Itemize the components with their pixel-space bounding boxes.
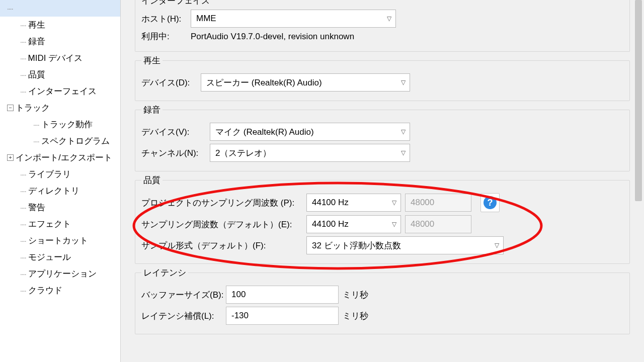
combobox-value: 44100 Hz bbox=[312, 219, 349, 229]
tree-item-label: トラック動作 bbox=[41, 119, 93, 130]
chevron-down-icon: ▽ bbox=[495, 242, 499, 249]
default-sample-rate-label: サンプリング周波数（デフォルト）(E): bbox=[141, 219, 302, 230]
tree-item-midi-devices[interactable]: ····MIDI デバイス bbox=[0, 50, 120, 66]
playback-device-label: デバイス(D): bbox=[141, 77, 197, 88]
group-legend: 品質 bbox=[141, 174, 163, 186]
host-combobox[interactable]: MME ▽ bbox=[191, 10, 396, 28]
project-sample-rate-alt-input[interactable]: 48000 bbox=[405, 194, 471, 212]
combobox-value: マイク (Realtek(R) Audio) bbox=[215, 126, 314, 138]
project-sample-rate-label: プロジェクトのサンプリング周波数 (P): bbox=[141, 197, 302, 209]
tree-item-label: ディレクトリ bbox=[28, 185, 79, 197]
buffer-size-input[interactable]: 100 bbox=[226, 286, 339, 304]
chevron-down-icon: ▽ bbox=[401, 79, 406, 86]
tree-item-modules[interactable]: ····モジュール bbox=[0, 249, 120, 265]
tree-item-label: ショートカット bbox=[28, 235, 88, 246]
tree-item-interface[interactable]: ····インターフェイス bbox=[0, 83, 120, 100]
group-recording: 録音 デバイス(V): マイク (Realtek(R) Audio) ▽ チャン… bbox=[135, 104, 630, 171]
default-sample-rate-combobox[interactable]: 44100 Hz ▽ bbox=[306, 215, 401, 233]
combobox-value: スピーカー (Realtek(R) Audio) bbox=[206, 77, 322, 88]
recording-channel-combobox[interactable]: 2（ステレオ） ▽ bbox=[210, 144, 410, 162]
tree-item-label: モジュール bbox=[28, 251, 71, 263]
tree-item-import-export[interactable]: +インポート/エクスポート bbox=[0, 149, 120, 166]
chevron-down-icon: ▽ bbox=[401, 128, 406, 135]
tree-item-label: スペクトログラム bbox=[41, 135, 110, 147]
combobox-value: 32 ビット浮動小数点数 bbox=[312, 240, 401, 251]
collapse-icon[interactable]: − bbox=[7, 105, 14, 111]
playback-device-combobox[interactable]: スピーカー (Realtek(R) Audio) ▽ bbox=[201, 73, 410, 92]
tree-item-cloud[interactable]: ····クラウド bbox=[0, 282, 120, 299]
scrollbar-thumb[interactable] bbox=[635, 0, 642, 201]
tree-item-library[interactable]: ····ライブラリ bbox=[0, 166, 120, 183]
tree-item-label: トラック bbox=[16, 102, 50, 114]
help-icon: ? bbox=[484, 196, 497, 209]
project-sample-rate-combobox[interactable]: 44100 Hz ▽ bbox=[306, 194, 401, 212]
group-latency: レイテンシ バッファーサイズ(B): 100 ミリ秒 レイテンシ補償(L): -… bbox=[135, 267, 630, 334]
group-quality: 品質 プロジェクトのサンプリング周波数 (P): 44100 Hz ▽ 4800… bbox=[135, 174, 630, 264]
default-sample-rate-alt-input[interactable]: 48000 bbox=[405, 215, 471, 233]
host-label: ホスト(H): bbox=[141, 13, 187, 25]
using-value: PortAudio V19.7.0-devel, revision unknow… bbox=[191, 32, 354, 42]
group-legend: レイテンシ bbox=[141, 267, 188, 279]
tree-item-effects[interactable]: ····エフェクト bbox=[0, 216, 120, 232]
group-legend: 録音 bbox=[141, 104, 163, 116]
tree-item-label: 再生 bbox=[28, 19, 45, 31]
chevron-down-icon: ▽ bbox=[392, 221, 396, 228]
tree-item-track-behavior[interactable]: ····トラック動作 bbox=[0, 116, 120, 133]
combobox-value: MME bbox=[196, 14, 216, 24]
latency-comp-label: レイテンシ補償(L): bbox=[141, 310, 222, 322]
using-label: 利用中: bbox=[141, 31, 187, 42]
textbox-value: 48000 bbox=[411, 219, 434, 229]
tree-item-tracks[interactable]: −トラック bbox=[0, 100, 120, 116]
buffer-size-unit: ミリ秒 bbox=[343, 289, 368, 301]
tree-item-playback[interactable]: ····再生 bbox=[0, 17, 120, 33]
tree-item-selected[interactable]: ···· bbox=[0, 0, 120, 17]
tree-item-warning[interactable]: ····警告 bbox=[0, 199, 120, 216]
tree-item-label: エフェクト bbox=[28, 218, 71, 230]
default-sample-format-label: サンプル形式（デフォルト）(F): bbox=[141, 240, 302, 251]
group-playback: 再生 デバイス(D): スピーカー (Realtek(R) Audio) ▽ bbox=[135, 55, 630, 101]
combobox-value: 44100 Hz bbox=[312, 198, 349, 208]
chevron-down-icon: ▽ bbox=[392, 199, 396, 206]
tree-item-recording[interactable]: ····録音 bbox=[0, 33, 120, 50]
textbox-value: 48000 bbox=[411, 198, 434, 208]
chevron-down-icon: ▽ bbox=[387, 15, 391, 22]
latency-comp-unit: ミリ秒 bbox=[343, 310, 368, 322]
group-title-visible: インターフェイス bbox=[141, 0, 623, 7]
textbox-value: 100 bbox=[231, 290, 246, 300]
group-interface: インターフェイス インターフェイス ホスト(H): MME ▽ 利用中: Por… bbox=[135, 0, 630, 52]
tree-item-label: インポート/エクスポート bbox=[16, 152, 112, 163]
tree-item-label: 録音 bbox=[28, 36, 45, 47]
combobox-value: 2（ステレオ） bbox=[215, 147, 271, 159]
tree-item-label: MIDI デバイス bbox=[28, 52, 83, 64]
tree-item-label: クラウド bbox=[28, 285, 62, 296]
recording-device-label: デバイス(V): bbox=[141, 126, 206, 138]
default-sample-format-combobox[interactable]: 32 ビット浮動小数点数 ▽ bbox=[306, 236, 504, 254]
tree-item-spectrogram[interactable]: ····スペクトログラム bbox=[0, 133, 120, 149]
tree-item-label: 警告 bbox=[28, 202, 45, 213]
tree-item-label: ライブラリ bbox=[28, 168, 71, 180]
tree-item-directory[interactable]: ····ディレクトリ bbox=[0, 183, 120, 199]
latency-comp-input[interactable]: -130 bbox=[226, 307, 339, 325]
tree-item-application[interactable]: ····アプリケーション bbox=[0, 265, 120, 282]
expand-icon[interactable]: + bbox=[7, 154, 14, 161]
recording-device-combobox[interactable]: マイク (Realtek(R) Audio) ▽ bbox=[210, 123, 410, 141]
preferences-category-tree[interactable]: ···· ····再生 ····録音 ····MIDI デバイス ····品質 … bbox=[0, 0, 121, 362]
vertical-scrollbar[interactable] bbox=[634, 0, 643, 362]
recording-channel-label: チャンネル(N): bbox=[141, 147, 206, 159]
preferences-panel: インターフェイス インターフェイス ホスト(H): MME ▽ 利用中: Por… bbox=[121, 0, 644, 362]
tree-item-label: 品質 bbox=[28, 69, 45, 80]
tree-item-quality[interactable]: ····品質 bbox=[0, 66, 120, 83]
tree-item-shortcuts[interactable]: ····ショートカット bbox=[0, 232, 120, 249]
help-button[interactable]: ? bbox=[480, 193, 500, 212]
buffer-size-label: バッファーサイズ(B): bbox=[141, 289, 222, 301]
textbox-value: -130 bbox=[231, 311, 249, 321]
chevron-down-icon: ▽ bbox=[401, 149, 406, 156]
tree-item-label: インターフェイス bbox=[28, 85, 97, 97]
group-legend: 再生 bbox=[141, 55, 163, 66]
tree-item-label: アプリケーション bbox=[28, 268, 97, 280]
